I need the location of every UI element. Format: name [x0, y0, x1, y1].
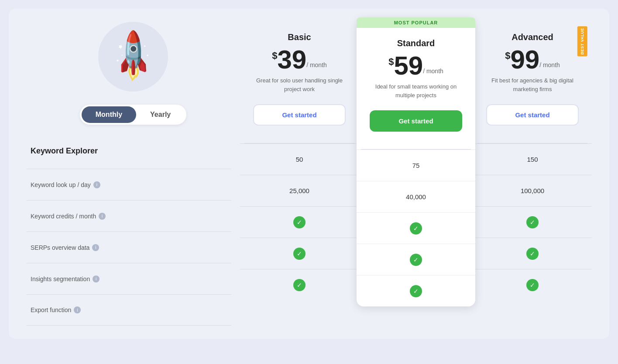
check-icon: ✓ — [293, 216, 306, 228]
features-section: Keyword Explorer Keyword look up / day i… — [26, 146, 240, 326]
advanced-keyword-credits: 100,000 — [473, 175, 592, 206]
page-container: 🚀 Monthly Yearly Keyword Explorer Keywor… — [9, 9, 609, 339]
plan-advanced-header: BEST VALUE Advanced $ 99 / month Fit bes… — [473, 22, 592, 143]
standard-keyword-credits: 40,000 — [357, 181, 475, 212]
plan-basic-description: Great for solo user handling single proj… — [249, 76, 350, 95]
plan-standard-data: 75 40,000 ✓ ✓ ✓ — [357, 150, 475, 306]
feature-row: SERPs overview data i — [26, 231, 231, 263]
plan-standard-name: Standard — [365, 38, 467, 48]
most-popular-badge: MOST POPULAR — [357, 17, 475, 28]
best-value-ribbon: BEST VALUE — [577, 26, 587, 56]
check-icon: ✓ — [526, 216, 539, 228]
plan-standard-header: Standard $ 59 / month Ideal for small te… — [357, 28, 475, 149]
plan-advanced: BEST VALUE Advanced $ 99 / month Fit bes… — [473, 22, 592, 300]
plan-basic-name: Basic — [249, 32, 350, 42]
rocket-illustration: 🚀 — [98, 22, 168, 92]
plan-advanced-description: Fit best for agencies & big digital mark… — [482, 76, 583, 95]
get-started-advanced-button[interactable]: Get started — [486, 104, 579, 126]
feature-row: Keyword look up / day i — [26, 169, 231, 200]
check-icon: ✓ — [526, 248, 539, 260]
feature-label: Keyword credits / month i — [31, 213, 106, 220]
standard-keyword-lookup: 75 — [357, 150, 475, 181]
feature-label: SERPs overview data i — [31, 244, 99, 251]
info-icon-3[interactable]: i — [93, 276, 100, 282]
info-icon-2[interactable]: i — [92, 244, 99, 251]
check-icon: ✓ — [410, 254, 422, 266]
check-icon: ✓ — [410, 285, 422, 297]
feature-label: Keyword look up / day i — [31, 181, 100, 188]
basic-insights: ✓ — [240, 238, 359, 269]
plan-standard-price: $ 59 / month — [365, 53, 467, 79]
price-dollar: $ — [272, 50, 277, 61]
monthly-toggle[interactable]: Monthly — [82, 106, 136, 123]
price-dollar: $ — [505, 50, 510, 61]
get-started-basic-button[interactable]: Get started — [253, 104, 346, 126]
feature-row: Keyword credits / month i — [26, 200, 231, 231]
plan-basic: Basic $ 39 / month Great for solo user h… — [240, 22, 359, 300]
plan-basic-data: 50 25,000 ✓ ✓ ✓ — [240, 143, 359, 300]
basic-keyword-credits: 25,000 — [240, 175, 359, 206]
standard-insights: ✓ — [357, 244, 475, 275]
plans-container: Basic $ 39 / month Great for solo user h… — [240, 22, 592, 326]
basic-keyword-lookup: 50 — [240, 143, 359, 175]
standard-serps: ✓ — [357, 212, 475, 244]
plan-standard: MOST POPULAR Standard $ 59 / month Ideal… — [357, 17, 475, 306]
price-amount: 59 — [394, 53, 423, 79]
advanced-insights: ✓ — [473, 238, 592, 269]
check-icon: ✓ — [293, 279, 306, 291]
left-panel: 🚀 Monthly Yearly Keyword Explorer Keywor… — [26, 22, 240, 326]
info-icon-4[interactable]: i — [74, 306, 81, 313]
feature-row: Export function i — [26, 294, 231, 326]
plan-basic-header: Basic $ 39 / month Great for solo user h… — [240, 22, 359, 143]
plan-basic-price: $ 39 / month — [249, 47, 350, 73]
section-title: Keyword Explorer — [26, 146, 231, 156]
plan-standard-description: Ideal for small teams working on multipl… — [365, 82, 467, 102]
plan-advanced-data: 150 100,000 ✓ ✓ ✓ — [473, 143, 592, 300]
plan-advanced-name: Advanced — [482, 32, 583, 42]
advanced-keyword-lookup: 150 — [473, 143, 592, 175]
price-amount: 39 — [277, 47, 306, 73]
price-dollar: $ — [388, 56, 394, 68]
get-started-standard-button[interactable]: Get started — [370, 110, 462, 132]
standard-export: ✓ — [357, 275, 475, 306]
basic-serps: ✓ — [240, 206, 359, 238]
feature-label: Export function i — [31, 306, 81, 313]
billing-toggle: Monthly Yearly — [80, 105, 186, 125]
advanced-serps: ✓ — [473, 206, 592, 238]
price-period: / month — [423, 68, 443, 75]
rocket-icon: 🚀 — [103, 27, 163, 86]
check-icon: ✓ — [410, 222, 422, 235]
feature-row: Insights segmentation i — [26, 263, 231, 294]
plan-advanced-price: $ 99 / month — [482, 47, 583, 73]
check-icon: ✓ — [526, 279, 539, 291]
price-period: / month — [539, 61, 560, 68]
info-icon-0[interactable]: i — [93, 181, 100, 188]
info-icon-1[interactable]: i — [99, 213, 106, 220]
basic-export: ✓ — [240, 269, 359, 300]
check-icon: ✓ — [293, 248, 306, 260]
advanced-export: ✓ — [473, 269, 592, 300]
yearly-toggle[interactable]: Yearly — [136, 106, 185, 123]
price-amount: 99 — [510, 47, 539, 73]
feature-label: Insights segmentation i — [31, 276, 100, 282]
price-period: / month — [306, 61, 327, 68]
